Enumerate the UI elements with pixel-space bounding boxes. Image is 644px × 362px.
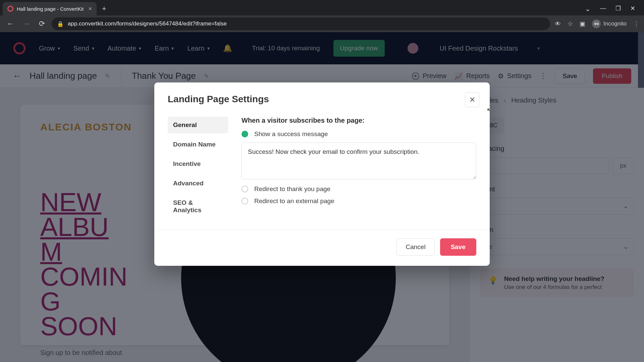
tab-general[interactable]: General xyxy=(168,117,228,133)
tab-domain-name[interactable]: Domain Name xyxy=(168,136,228,153)
close-window-icon[interactable]: ✕ xyxy=(630,5,635,13)
cancel-button[interactable]: Cancel xyxy=(396,238,434,256)
url-text: app.convertkit.com/forms/designers/56474… xyxy=(68,20,227,27)
tab-advanced[interactable]: Advanced xyxy=(168,175,228,192)
incognito-icon: 🕶 xyxy=(592,19,601,28)
option-redirect-external[interactable]: Redirect to an external page xyxy=(241,197,476,205)
star-icon[interactable]: ☆ xyxy=(568,20,573,27)
tabs-chevron-icon[interactable]: ⌄ xyxy=(585,5,591,13)
eye-off-icon[interactable]: 👁 xyxy=(555,20,561,27)
minimize-icon[interactable]: ― xyxy=(600,5,606,13)
close-modal-button[interactable]: ✕ xyxy=(465,93,480,107)
modal-overlay[interactable]: ↖ ✕ Landing Page Settings General Domain… xyxy=(0,32,644,362)
radio-unselected-icon xyxy=(241,198,248,204)
forward-icon[interactable]: → xyxy=(21,18,32,29)
modal-title: Landing Page Settings xyxy=(168,94,476,105)
favicon-icon xyxy=(7,6,13,12)
incognito-label: Incognito xyxy=(603,20,627,27)
success-message-textarea[interactable] xyxy=(241,142,476,179)
option-success-message[interactable]: Show a success message xyxy=(241,130,476,138)
tab-seo-analytics[interactable]: SEO & Analytics xyxy=(168,194,228,219)
save-settings-button[interactable]: Save xyxy=(440,238,476,256)
option-redirect-thankyou[interactable]: Redirect to thank you page xyxy=(241,185,476,193)
incognito-indicator[interactable]: 🕶 Incognito xyxy=(592,19,627,28)
tab-title: Hall landing page - ConvertKit xyxy=(17,6,85,12)
settings-tabs: General Domain Name Incentive Advanced S… xyxy=(168,117,228,219)
window-controls: ⌄ ― ❐ ✕ xyxy=(585,5,641,13)
address-bar: ← → ⟳ 🔒 app.convertkit.com/forms/designe… xyxy=(0,15,644,32)
settings-heading: When a visitor subscribes to the page: xyxy=(241,117,476,124)
tab-incentive[interactable]: Incentive xyxy=(168,156,228,172)
cursor-icon: ↖ xyxy=(487,107,490,114)
maximize-icon[interactable]: ❐ xyxy=(615,5,621,13)
kebab-menu-icon[interactable]: ⋮ xyxy=(633,20,639,27)
back-icon[interactable]: ← xyxy=(5,18,16,29)
tab-strip: Hall landing page - ConvertKit × + ⌄ ― ❐… xyxy=(0,0,644,15)
panel-icon[interactable]: ▣ xyxy=(580,20,585,27)
close-tab-icon[interactable]: × xyxy=(88,5,92,12)
browser-tab[interactable]: Hall landing page - ConvertKit × xyxy=(3,2,97,15)
new-tab-button[interactable]: + xyxy=(99,2,110,15)
reload-icon[interactable]: ⟳ xyxy=(37,18,47,29)
lock-icon: 🔒 xyxy=(57,21,64,27)
radio-unselected-icon xyxy=(241,186,248,192)
radio-selected-icon xyxy=(241,131,248,137)
settings-modal: ↖ ✕ Landing Page Settings General Domain… xyxy=(154,82,490,266)
url-field[interactable]: 🔒 app.convertkit.com/forms/designers/564… xyxy=(52,17,550,30)
